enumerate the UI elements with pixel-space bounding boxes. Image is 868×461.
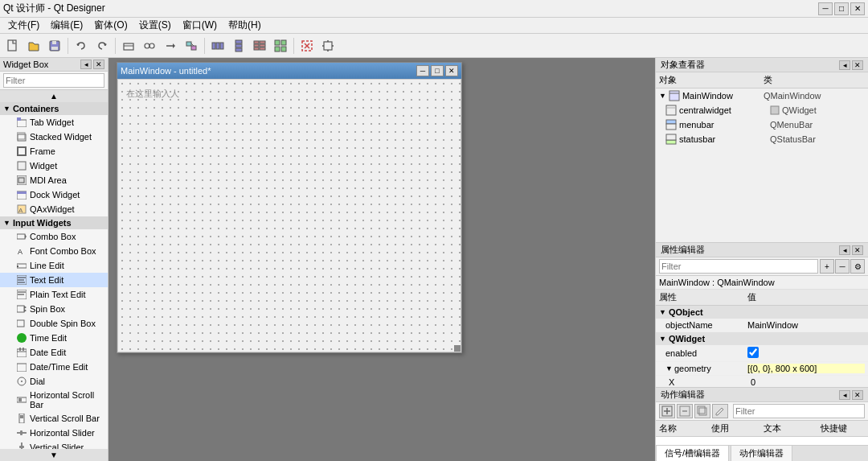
- svg-rect-107: [666, 120, 676, 124]
- widget-horizontal-slider[interactable]: Horizontal Slider: [0, 426, 108, 440]
- signal-slot-button[interactable]: [140, 36, 159, 56]
- action-editor-close-btn[interactable]: ✕: [852, 390, 863, 400]
- layout-h-button[interactable]: [208, 36, 227, 56]
- action-new-btn[interactable]: [659, 404, 675, 418]
- canvas-area[interactable]: MainWindow - untitled* ─ □ ✕ 在这里输入人: [108, 58, 655, 461]
- layout-form-button[interactable]: [250, 36, 269, 56]
- datetime-edit-icon: [16, 361, 27, 373]
- prop-col-value: 值: [747, 291, 865, 303]
- widget-time-edit[interactable]: Time Edit: [0, 331, 108, 345]
- enabled-checkbox[interactable]: [747, 347, 759, 358]
- form-canvas[interactable]: 在这里输入人: [117, 79, 461, 352]
- close-button[interactable]: ✕: [850, 2, 865, 15]
- property-editor-float-btn[interactable]: ◂: [839, 245, 850, 255]
- datetime-label: Date/Time Edit: [30, 362, 88, 372]
- widget-vertical-scrollbar[interactable]: Vertical Scroll Bar: [0, 411, 108, 426]
- tree-row-menubar[interactable]: menubar QMenuBar: [656, 117, 868, 132]
- prop-group-qobject[interactable]: ▼ QObject: [656, 306, 868, 319]
- prop-row-objectname[interactable]: objectName MainWindow: [656, 319, 868, 332]
- app-title: Qt 设计师 - Qt Designer: [3, 2, 105, 15]
- adjust-size-button[interactable]: [318, 36, 338, 56]
- prop-row-geometry[interactable]: ▼ geometry [{0, 0}, 800 x 600]: [656, 362, 868, 376]
- action-edit-btn[interactable]: [712, 404, 728, 418]
- prop-group-qwidget[interactable]: ▼ QWidget: [656, 332, 868, 345]
- form-close-btn[interactable]: ✕: [445, 65, 458, 76]
- objectname-prop: objectName: [659, 320, 747, 330]
- redo-button[interactable]: [92, 36, 112, 56]
- category-containers[interactable]: ▼ Containers: [0, 102, 108, 115]
- widget-stacked-widget[interactable]: Stacked Widget: [0, 130, 108, 144]
- widget-qaxwidget[interactable]: A QAxWidget: [0, 202, 108, 216]
- widget-date-edit[interactable]: Date Edit: [0, 345, 108, 360]
- widget-horizontal-scrollbar[interactable]: Horizontal Scroll Bar: [0, 389, 108, 411]
- widget-box-close-btn[interactable]: ✕: [93, 60, 104, 69]
- action-editor-float-btn[interactable]: ◂: [839, 390, 850, 400]
- svg-rect-14: [191, 46, 196, 50]
- new-button[interactable]: [3, 36, 23, 56]
- action-copy-btn[interactable]: [694, 404, 710, 418]
- menu-form[interactable]: 窗体(O): [89, 17, 132, 34]
- widget-combo-box[interactable]: Combo Box: [0, 229, 108, 244]
- tab-signal-slot[interactable]: 信号/槽编辑器: [656, 445, 729, 461]
- scroll-down-arrow[interactable]: ▼: [0, 449, 108, 461]
- widget-double-spin-box[interactable]: Double Spin Box: [0, 316, 108, 331]
- widget-dial[interactable]: Dial: [0, 374, 108, 389]
- form-resize-handle[interactable]: [454, 345, 461, 352]
- widget-spin-box[interactable]: Spin Box: [0, 302, 108, 316]
- prop-row-enabled[interactable]: enabled: [656, 345, 868, 362]
- widget-font-combo-box[interactable]: A Font Combo Box: [0, 244, 108, 258]
- prop-row-x[interactable]: X 0: [656, 376, 868, 387]
- break-layout-button[interactable]: [297, 36, 317, 56]
- input-widgets-arrow: ▼: [3, 219, 10, 227]
- tab-order-button[interactable]: [182, 36, 201, 56]
- property-filter-input[interactable]: [659, 259, 818, 274]
- widget-mdi-area[interactable]: MDI Area: [0, 173, 108, 187]
- widget-vertical-slider[interactable]: Vertical Slider: [0, 440, 108, 449]
- property-editor-close-btn[interactable]: ✕: [852, 245, 863, 255]
- category-input-widgets[interactable]: ▼ Input Widgets: [0, 216, 108, 229]
- tree-row-statusbar[interactable]: statusbar QStatusBar: [656, 132, 868, 146]
- form-title-bar: MainWindow - untitled* ─ □ ✕: [117, 63, 461, 79]
- form-maximize-btn[interactable]: □: [431, 65, 444, 76]
- buddy-button[interactable]: [161, 36, 180, 56]
- save-button[interactable]: [45, 36, 64, 56]
- widget-datetime-edit[interactable]: Date/Time Edit: [0, 360, 108, 374]
- widget-box: Widget Box ◂ ✕ ▲ ▼ Containers Tab Widget…: [0, 58, 108, 461]
- open-button[interactable]: [24, 36, 43, 56]
- widget-plain-text-edit[interactable]: Plain Text Edit: [0, 287, 108, 302]
- main-toolbar: [0, 34, 868, 58]
- scroll-up-arrow[interactable]: ▲: [0, 90, 108, 102]
- widget-line-edit[interactable]: Line Edit: [0, 258, 108, 273]
- undo-button[interactable]: [72, 36, 91, 56]
- prop-filter-config-btn[interactable]: ⚙: [850, 259, 865, 274]
- action-delete-btn[interactable]: [677, 404, 693, 418]
- svg-rect-25: [260, 44, 265, 47]
- menu-file[interactable]: 文件(F): [3, 17, 44, 34]
- enabled-val[interactable]: [747, 347, 865, 360]
- tab-action-editor[interactable]: 动作编辑器: [731, 445, 792, 461]
- minimize-button[interactable]: ─: [818, 2, 833, 15]
- widget-box-float-btn[interactable]: ◂: [80, 60, 92, 69]
- widget-widget[interactable]: Widget: [0, 158, 108, 173]
- layout-grid-button[interactable]: [271, 36, 290, 56]
- widget-dock-widget[interactable]: Dock Widget: [0, 187, 108, 202]
- menu-edit[interactable]: 编辑(E): [46, 17, 88, 34]
- tree-row-centralwidget[interactable]: centralwidget QWidget: [656, 103, 868, 117]
- menu-window[interactable]: 窗口(W): [178, 17, 222, 34]
- widget-frame[interactable]: Frame: [0, 144, 108, 158]
- object-inspector-close-btn[interactable]: ✕: [852, 60, 863, 70]
- object-inspector-float-btn[interactable]: ◂: [839, 60, 850, 70]
- tree-row-mainwindow[interactable]: ▼ MainWindow QMainWindow: [656, 88, 868, 103]
- widget-text-edit[interactable]: Text Edit: [0, 273, 108, 287]
- layout-v-button[interactable]: [229, 36, 248, 56]
- widget-filter-input[interactable]: [3, 73, 104, 88]
- menu-help[interactable]: 帮助(H): [223, 17, 266, 34]
- form-minimize-btn[interactable]: ─: [416, 65, 429, 76]
- widget-editor-button[interactable]: [119, 36, 138, 56]
- prop-filter-add-btn[interactable]: +: [820, 259, 834, 274]
- maximize-button[interactable]: □: [834, 2, 849, 15]
- widget-tab-widget[interactable]: Tab Widget: [0, 115, 108, 130]
- prop-filter-reset-btn[interactable]: ─: [835, 259, 850, 274]
- menu-settings[interactable]: 设置(S): [134, 17, 176, 34]
- action-filter-input[interactable]: [733, 404, 865, 418]
